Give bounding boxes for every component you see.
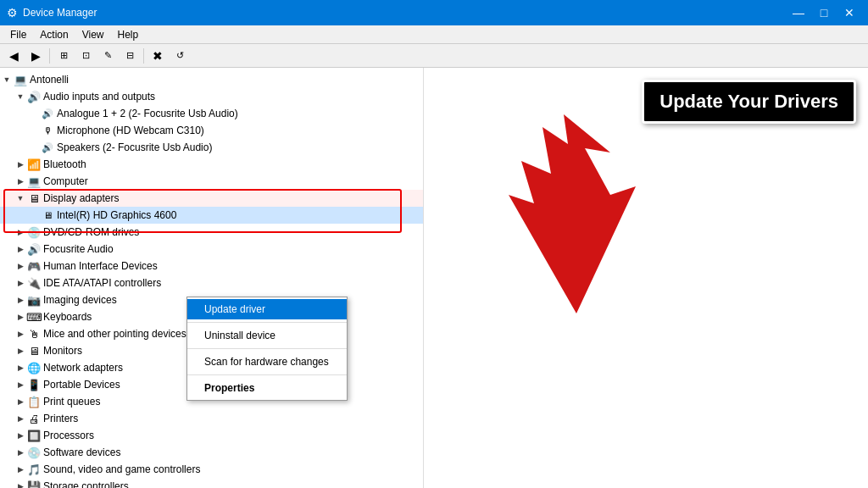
tree-item-sound[interactable]: ▶ 🎵 Sound, video and game controllers	[0, 461, 423, 478]
tree-item-analogue[interactable]: 🔊 Analogue 1 + 2 (2- Focusrite Usb Audio…	[0, 105, 423, 122]
printers-label: Printers	[43, 413, 78, 424]
tree-item-printers[interactable]: ▶ 🖨 Printers	[0, 410, 423, 427]
tree-item-audio[interactable]: ▼ 🔊 Audio inputs and outputs	[0, 88, 423, 105]
tree-item-ide[interactable]: ▶ 🔌 IDE ATA/ATAPI controllers	[0, 274, 423, 291]
tree-item-storage[interactable]: ▶ 💾 Storage controllers	[0, 478, 423, 488]
dvd-icon: 💿	[27, 225, 41, 239]
software-expand-icon: ▶	[14, 446, 27, 459]
audio-icon: 🔊	[27, 90, 41, 103]
intel-icon: 🖥	[41, 208, 54, 222]
hid-icon: 🎮	[27, 259, 41, 273]
processors-icon: 🔲	[27, 429, 41, 442]
minimize-button[interactable]: —	[787, 3, 810, 22]
toolbar-btn-1[interactable]: ⊞	[53, 47, 74, 65]
tree-item-computer[interactable]: ▶ 💻 Computer	[0, 173, 423, 190]
storage-label: Storage controllers	[43, 480, 129, 488]
tree-item-intel[interactable]: 🖥 Intel(R) HD Graphics 4600	[0, 207, 423, 224]
tree-panel[interactable]: ▼ 💻 Antonelli ▼ 🔊 Audio inputs and outpu…	[0, 68, 424, 488]
banner-text: Update Your Drivers	[659, 91, 838, 112]
tree-item-speakers[interactable]: 🔊 Speakers (2- Focusrite Usb Audio)	[0, 139, 423, 156]
toolbar-sep-1	[49, 48, 50, 64]
app-icon: ⚙	[7, 6, 18, 19]
monitors-expand-icon: ▶	[14, 344, 27, 358]
toolbar-btn-3[interactable]: ✎	[97, 47, 118, 65]
ide-expand-icon: ▶	[14, 276, 27, 290]
focusrite-icon: 🔊	[27, 242, 41, 256]
ctx-update-driver[interactable]: Update driver	[187, 299, 347, 319]
tree-item-bluetooth[interactable]: ▶ 📶 Bluetooth	[0, 156, 423, 173]
menu-view[interactable]: View	[75, 27, 111, 42]
network-expand-icon: ▶	[14, 361, 27, 374]
tree-item-hid[interactable]: ▶ 🎮 Human Interface Devices	[0, 258, 423, 274]
dvd-expand-icon: ▶	[14, 225, 27, 239]
speakers-expand-icon	[27, 141, 41, 154]
ctx-properties[interactable]: Properties	[187, 378, 347, 398]
analogue-label: Analogue 1 + 2 (2- Focusrite Usb Audio)	[57, 108, 238, 119]
sound-expand-icon: ▶	[14, 463, 27, 476]
close-button[interactable]: ✕	[837, 3, 861, 22]
micro-expand-icon	[27, 124, 41, 137]
intel-label: Intel(R) HD Graphics 4600	[57, 209, 176, 221]
menu-action[interactable]: Action	[33, 27, 75, 42]
toolbar-btn-5[interactable]: ✖	[147, 47, 168, 65]
mice-icon: 🖱	[27, 327, 41, 341]
bluetooth-label: Bluetooth	[43, 158, 86, 170]
focusrite-label: Focusrite Audio	[43, 243, 114, 255]
computer-icon: 💻	[27, 175, 41, 188]
tree-root[interactable]: ▼ 💻 Antonelli	[0, 71, 423, 88]
display-icon: 🖥	[27, 191, 41, 205]
computer-label: Computer	[43, 175, 88, 187]
computer-expand-icon: ▶	[14, 175, 27, 188]
focusrite-expand-icon: ▶	[14, 242, 27, 256]
menu-bar: File Action View Help	[0, 25, 868, 44]
forward-button[interactable]: ▶	[25, 47, 46, 65]
menu-help[interactable]: Help	[111, 27, 146, 42]
storage-icon: 💾	[27, 480, 41, 488]
ctx-scan[interactable]: Scan for hardware changes	[187, 352, 347, 372]
speakers-label: Speakers (2- Focusrite Usb Audio)	[57, 141, 212, 153]
software-icon: 💿	[27, 446, 41, 459]
printers-expand-icon: ▶	[14, 412, 27, 425]
analogue-icon: 🔊	[41, 107, 54, 120]
portable-expand-icon: ▶	[14, 378, 27, 391]
analogue-expand-icon	[27, 107, 41, 120]
hid-label: Human Interface Devices	[43, 260, 158, 272]
intel-expand-icon	[27, 208, 41, 222]
update-drivers-banner: Update Your Drivers	[642, 80, 856, 124]
tree-item-display[interactable]: ▼ 🖥 Display adapters	[0, 190, 423, 207]
micro-label: Microphone (HD Webcam C310)	[57, 125, 204, 136]
title-bar-title: Device Manager	[23, 7, 97, 19]
tree-item-processors[interactable]: ▶ 🔲 Processors	[0, 427, 423, 444]
ide-icon: 🔌	[27, 276, 41, 290]
tree-item-microphone[interactable]: 🎙 Microphone (HD Webcam C310)	[0, 122, 423, 139]
imaging-icon: 📷	[27, 293, 41, 307]
title-bar: ⚙ Device Manager — □ ✕	[0, 0, 868, 25]
tree-item-focusrite[interactable]: ▶ 🔊 Focusrite Audio	[0, 241, 423, 258]
portable-icon: 📱	[27, 378, 41, 391]
red-arrow	[441, 110, 712, 330]
network-icon: 🌐	[27, 361, 41, 374]
maximize-button[interactable]: □	[812, 3, 836, 22]
portable-label: Portable Devices	[43, 379, 120, 391]
sound-label: Sound, video and game controllers	[43, 463, 200, 475]
sound-icon: 🎵	[27, 463, 41, 476]
imaging-label: Imaging devices	[43, 294, 117, 306]
hid-expand-icon: ▶	[14, 259, 27, 273]
storage-expand-icon: ▶	[14, 480, 27, 488]
printq-icon: 📋	[27, 395, 41, 408]
mice-label: Mice and other pointing devices	[43, 328, 186, 340]
menu-file[interactable]: File	[3, 27, 33, 42]
ctx-uninstall[interactable]: Uninstall device	[187, 325, 347, 346]
processors-label: Processors	[43, 430, 94, 441]
ctx-sep-2	[187, 348, 347, 349]
toolbar-btn-4[interactable]: ⊟	[120, 47, 140, 65]
micro-icon: 🎙	[41, 124, 54, 137]
toolbar-btn-2[interactable]: ⊡	[75, 47, 96, 65]
mice-expand-icon: ▶	[14, 327, 27, 341]
tree-item-software[interactable]: ▶ 💿 Software devices	[0, 444, 423, 461]
toolbar-btn-6[interactable]: ↺	[170, 47, 190, 65]
back-button[interactable]: ◀	[3, 47, 24, 65]
bluetooth-icon: 📶	[27, 158, 41, 171]
imaging-expand-icon: ▶	[14, 293, 27, 307]
tree-item-dvd[interactable]: ▶ 💿 DVD/CD-ROM drives	[0, 224, 423, 241]
